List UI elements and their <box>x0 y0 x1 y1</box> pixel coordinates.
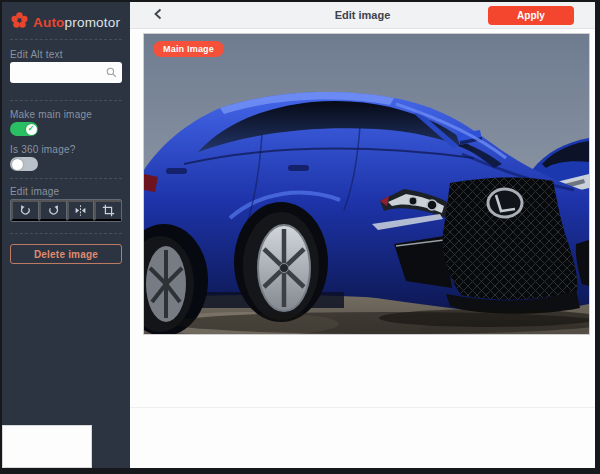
make-main-toggle[interactable]: ✓ <box>10 122 38 136</box>
car-photo: Main Image <box>143 33 590 335</box>
main-content: Main Image <box>130 29 595 468</box>
rotate-ccw-button[interactable] <box>11 200 39 221</box>
delete-image-button[interactable]: Delete image <box>10 244 122 264</box>
crop-icon <box>102 204 115 217</box>
rotate-cw-icon <box>47 204 60 217</box>
divider <box>10 233 122 234</box>
sidebar: Autopromotor Edit Alt text Make main ima… <box>2 2 130 468</box>
apply-button[interactable]: Apply <box>488 6 574 25</box>
make-main-label: Make main image <box>10 109 122 120</box>
divider <box>10 39 122 40</box>
header-bar: Edit image Apply <box>130 2 595 29</box>
divider <box>10 100 122 101</box>
car-photo-illustration <box>144 34 589 334</box>
brand-name: Autopromotor <box>33 15 120 30</box>
flip-horizontal-button[interactable] <box>67 200 95 221</box>
divider <box>10 178 122 179</box>
section-divider <box>130 407 595 408</box>
rotate-cw-button[interactable] <box>39 200 67 221</box>
is360-label: Is 360 image? <box>10 144 122 155</box>
chevron-left-icon <box>153 8 163 23</box>
page-title: Edit image <box>335 9 391 21</box>
toggle-check-icon: ✓ <box>26 124 37 135</box>
thumbnail-placeholder[interactable] <box>2 425 92 468</box>
brand-logo: Autopromotor <box>10 10 122 34</box>
crop-button[interactable] <box>94 200 121 221</box>
rotate-ccw-icon <box>19 204 32 217</box>
alt-text-input[interactable] <box>10 65 103 80</box>
flip-horizontal-icon <box>74 204 87 217</box>
alt-text-field <box>10 62 122 83</box>
edit-image-label: Edit image <box>10 186 122 197</box>
flower-logo-icon <box>10 11 29 34</box>
edit-tools-group <box>10 199 122 222</box>
search-icon <box>103 67 119 78</box>
back-button[interactable] <box>150 7 166 23</box>
main-image-badge: Main Image <box>153 41 224 57</box>
toggle-knob <box>12 159 23 170</box>
app-window: Autopromotor Edit Alt text Make main ima… <box>0 0 600 474</box>
is360-toggle[interactable] <box>10 157 38 171</box>
alt-text-label: Edit Alt text <box>10 49 122 60</box>
